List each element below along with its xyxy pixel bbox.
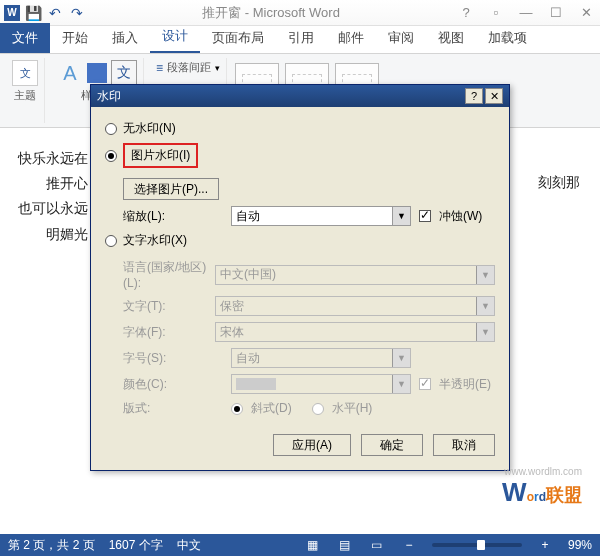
radio-icon — [105, 235, 117, 247]
tab-design[interactable]: 设计 — [150, 21, 200, 53]
styleset-icon[interactable]: 文 — [111, 60, 137, 86]
chevron-down-icon: ▼ — [392, 375, 410, 393]
undo-icon[interactable]: ↶ — [46, 4, 64, 22]
close-icon[interactable]: ✕ — [576, 4, 596, 22]
word-icon: W — [4, 5, 20, 21]
fonts-icon[interactable]: A — [57, 60, 83, 86]
print-layout-icon[interactable]: ▤ — [336, 538, 354, 552]
scale-value: 自动 — [236, 208, 260, 225]
scale-combo[interactable]: 自动▼ — [231, 206, 411, 226]
zoom-in-icon[interactable]: + — [536, 538, 554, 552]
chevron-down-icon: ▼ — [392, 207, 410, 225]
cancel-button[interactable]: 取消 — [433, 434, 495, 456]
window-title: 推开窗 - Microsoft Word — [86, 4, 456, 22]
diagonal-label: 斜式(D) — [251, 400, 292, 417]
logo-url: www.wordlm.com — [502, 466, 582, 477]
help-icon[interactable]: ? — [456, 4, 476, 22]
text-combo: 保密▼ — [215, 296, 495, 316]
maximize-icon[interactable]: ☐ — [546, 4, 566, 22]
tab-references[interactable]: 引用 — [276, 23, 326, 53]
radio-picture-watermark[interactable]: 图片水印(I) — [105, 140, 495, 171]
ribbon-tabs: 文件 开始 插入 设计 页面布局 引用 邮件 审阅 视图 加载项 — [0, 26, 600, 54]
font-label: 字体(F): — [123, 324, 207, 341]
chevron-down-icon: ▼ — [476, 266, 494, 284]
apply-button[interactable]: 应用(A) — [273, 434, 351, 456]
dialog-close-icon[interactable]: ✕ — [485, 88, 503, 104]
diagonal-radio — [231, 403, 243, 415]
spacing-label: 段落间距 — [167, 60, 211, 75]
tab-addins[interactable]: 加载项 — [476, 23, 539, 53]
zoom-slider[interactable] — [432, 543, 522, 547]
radio-icon — [105, 150, 117, 162]
doc-line: 刻刻那 — [538, 170, 580, 195]
size-value: 自动 — [236, 350, 260, 367]
minimize-icon[interactable]: — — [516, 4, 536, 22]
radio-text-watermark[interactable]: 文字水印(X) — [105, 229, 495, 252]
radio-label: 图片水印(I) — [123, 143, 198, 168]
themes-label: 主题 — [14, 88, 36, 103]
dialog-title: 水印 — [97, 88, 121, 105]
watermark-logo: www.wordlm.com Word联盟 — [502, 466, 582, 508]
dialog-body: 无水印(N) 图片水印(I) 选择图片(P)... 缩放(L): 自动▼ 冲蚀(… — [91, 107, 509, 470]
tab-insert[interactable]: 插入 — [100, 23, 150, 53]
quick-access-toolbar: W 💾 ↶ ↷ — [4, 4, 86, 22]
zoom-out-icon[interactable]: − — [400, 538, 418, 552]
radio-no-watermark[interactable]: 无水印(N) — [105, 117, 495, 140]
text-value: 保密 — [220, 298, 244, 315]
ribbon-toggle-icon[interactable]: ▫ — [486, 4, 506, 22]
redo-icon[interactable]: ↷ — [68, 4, 86, 22]
erode-checkbox[interactable] — [419, 210, 431, 222]
chevron-down-icon: ▼ — [476, 323, 494, 341]
size-label: 字号(S): — [123, 350, 223, 367]
tab-file[interactable]: 文件 — [0, 23, 50, 53]
dialog-help-icon[interactable]: ? — [465, 88, 483, 104]
language-status[interactable]: 中文 — [177, 537, 201, 554]
horizontal-radio — [312, 403, 324, 415]
layout-label: 版式: — [123, 400, 223, 417]
themes-group: 文 主题 — [6, 58, 45, 123]
language-combo: 中文(中国)▼ — [215, 265, 495, 285]
scale-label: 缩放(L): — [123, 208, 223, 225]
horizontal-label: 水平(H) — [332, 400, 373, 417]
language-value: 中文(中国) — [220, 266, 276, 283]
read-mode-icon[interactable]: ▦ — [304, 538, 322, 552]
colors-icon[interactable] — [87, 63, 107, 83]
tab-layout[interactable]: 页面布局 — [200, 23, 276, 53]
save-icon[interactable]: 💾 — [24, 4, 42, 22]
spacing-icon[interactable]: ≡ — [156, 61, 163, 75]
erode-label: 冲蚀(W) — [439, 208, 482, 225]
status-bar: 第 2 页，共 2 页 1607 个字 中文 ▦ ▤ ▭ − + 99% — [0, 534, 600, 556]
size-combo: 自动▼ — [231, 348, 411, 368]
radio-label: 文字水印(X) — [123, 232, 187, 249]
font-combo: 宋体▼ — [215, 322, 495, 342]
ok-button[interactable]: 确定 — [361, 434, 423, 456]
radio-icon — [105, 123, 117, 135]
zoom-level[interactable]: 99% — [568, 538, 592, 552]
language-label: 语言(国家/地区)(L): — [123, 259, 207, 290]
page-count[interactable]: 第 2 页，共 2 页 — [8, 537, 95, 554]
chevron-down-icon: ▼ — [476, 297, 494, 315]
font-value: 宋体 — [220, 324, 244, 341]
word-count[interactable]: 1607 个字 — [109, 537, 163, 554]
tab-review[interactable]: 审阅 — [376, 23, 426, 53]
radio-label: 无水印(N) — [123, 120, 176, 137]
dialog-titlebar[interactable]: 水印 ? ✕ — [91, 85, 509, 107]
select-picture-button[interactable]: 选择图片(P)... — [123, 178, 219, 200]
text-label: 文字(T): — [123, 298, 207, 315]
tab-home[interactable]: 开始 — [50, 23, 100, 53]
window-controls: ? ▫ — ☐ ✕ — [456, 4, 596, 22]
color-label: 颜色(C): — [123, 376, 223, 393]
watermark-dialog: 水印 ? ✕ 无水印(N) 图片水印(I) 选择图片(P)... 缩放(L): … — [90, 84, 510, 471]
tab-view[interactable]: 视图 — [426, 23, 476, 53]
themes-icon[interactable]: 文 — [12, 60, 38, 86]
tab-mailings[interactable]: 邮件 — [326, 23, 376, 53]
semi-checkbox — [419, 378, 431, 390]
web-layout-icon[interactable]: ▭ — [368, 538, 386, 552]
chevron-down-icon: ▼ — [392, 349, 410, 367]
color-combo: ▼ — [231, 374, 411, 394]
semi-label: 半透明(E) — [439, 376, 491, 393]
